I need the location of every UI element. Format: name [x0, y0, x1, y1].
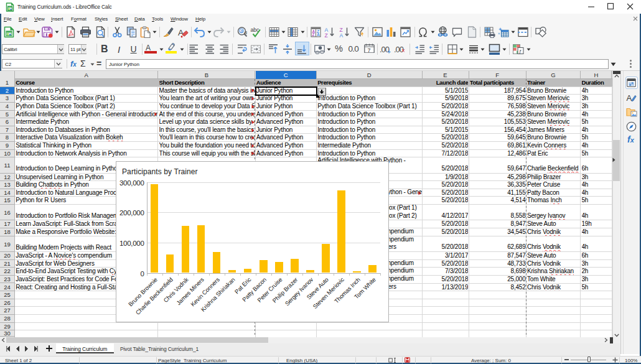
svg-text:A: A: [340, 32, 344, 39]
svg-text:A: A: [317, 32, 320, 37]
svg-text:d: d: [245, 30, 247, 35]
svg-text:Z: Z: [325, 32, 328, 39]
svg-text:a: a: [240, 28, 243, 34]
svg-text:A: A: [627, 93, 632, 103]
svg-text:ƒ: ƒ: [518, 49, 522, 54]
svg-text:Z: Z: [312, 32, 314, 37]
svg-text:A: A: [178, 28, 184, 37]
svg-text:A: A: [146, 44, 151, 52]
svg-text:7: 7: [367, 47, 370, 54]
